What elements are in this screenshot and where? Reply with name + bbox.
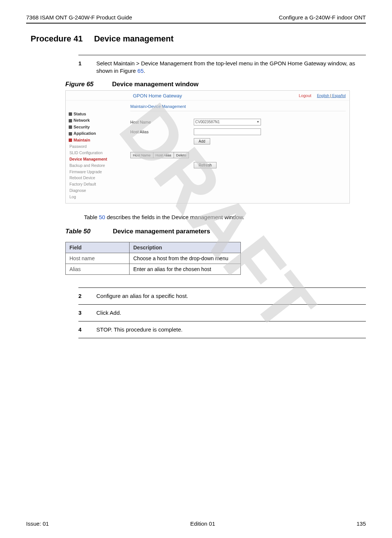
col-delete: Delete (174, 152, 189, 158)
step-1-number: 1 (78, 60, 96, 75)
header-left: 7368 ISAM ONT G-240W-F Product Guide (26, 14, 132, 21)
step-4: 4 STOP. This procedure is complete. (78, 326, 364, 333)
host-alias-label: Host Alias (130, 130, 194, 134)
app-title: GPON Home Gateway (133, 93, 299, 99)
table-label: Table 50 (65, 228, 90, 235)
sidebar-sub-reboot[interactable]: Reboot Device (69, 175, 127, 181)
sidebar-item-status[interactable]: Status (69, 111, 127, 118)
page-footer: Issue: 01 Edition 01 135 (26, 520, 366, 527)
sidebar-sub-firmware[interactable]: Firmware Upgrade (69, 169, 127, 175)
step4-rule (78, 321, 366, 321)
end-rule (78, 338, 366, 338)
table-intro-post: describes the fields in the Device manag… (105, 214, 245, 220)
breadcrumb: Maintain>Device Management (130, 103, 346, 111)
table-link[interactable]: 50 (99, 214, 105, 220)
host-name-label: Host Name (130, 120, 194, 124)
sidebar-sub-backup[interactable]: Backup and Restore (69, 162, 127, 169)
footer-right: 135 (357, 520, 366, 527)
step1-rule (78, 55, 366, 55)
param-header-field: Field (66, 242, 130, 253)
param-field-1: Alias (66, 264, 130, 274)
step-3: 3 Click Add. (78, 309, 364, 317)
screenshot: GPON Home Gateway Logout English | Españ… (65, 90, 350, 203)
step-2-text: Configure an alias for a specific host. (96, 292, 364, 300)
col-host-alias: Host Alias (153, 152, 174, 158)
step-2-number: 2 (78, 292, 96, 300)
table-intro-pre: Table (84, 214, 99, 220)
procedure-title: Device management (94, 34, 174, 43)
host-name-select[interactable]: CV0023587N1 (194, 119, 261, 125)
footer-center: Edition 01 (190, 520, 215, 527)
param-desc-0: Choose a host from the drop-down menu (130, 253, 241, 264)
sidebar-sub-diagnose[interactable]: Diagnose (69, 187, 127, 194)
table-row: Alias Enter an alias for the chosen host (66, 264, 241, 274)
figure-label: Figure 65 (65, 81, 94, 88)
figure-link[interactable]: 65 (137, 68, 144, 74)
step-4-text: STOP. This procedure is complete. (96, 326, 364, 333)
param-header-desc: Description (130, 242, 241, 253)
page-header: 7368 ISAM ONT G-240W-F Product Guide Con… (26, 14, 366, 23)
footer-left: Issue: 01 (26, 520, 49, 527)
param-field-0: Host name (66, 253, 130, 264)
screenshot-header: GPON Home Gateway Logout English | Españ… (66, 91, 349, 100)
step-3-number: 3 (78, 309, 96, 317)
figure-caption: Figure 65 Device management window (65, 81, 366, 88)
sidebar-sub-password[interactable]: Password (69, 143, 127, 150)
procedure-heading: Procedure 41 Device management (31, 34, 366, 44)
lang-espanol[interactable]: Español (332, 94, 346, 98)
sidebar-item-security[interactable]: Security (69, 124, 127, 131)
step3-rule (78, 304, 366, 305)
figure-title: Device management window (112, 81, 198, 88)
table-intro: Table 50 describes the fields in the Dev… (84, 214, 366, 220)
step-1: 1 Select Maintain > Device Management fr… (78, 60, 364, 75)
host-alias-input[interactable] (194, 128, 261, 135)
step-1-text: Select Maintain > Device Management from… (96, 60, 364, 75)
col-host-name: Host Name (131, 152, 153, 158)
add-button[interactable]: Add (194, 138, 210, 144)
sidebar: Status Network Security Application Main… (66, 100, 127, 203)
screenshot-main: Maintain>Device Management Host Name CV0… (127, 100, 349, 203)
lang-english[interactable]: English (317, 94, 329, 98)
step-1-text-b: . (144, 68, 145, 74)
param-desc-1: Enter an alias for the chosen host (130, 264, 241, 274)
header-rule (26, 23, 366, 24)
sidebar-sub-log[interactable]: Log (69, 194, 127, 200)
refresh-button[interactable]: Refresh (194, 162, 217, 168)
alias-table: Host Name Host Alias Delete (130, 152, 189, 158)
sidebar-item-application[interactable]: Application (69, 130, 127, 137)
table-row: Host name Choose a host from the drop-do… (66, 253, 241, 264)
logout-link[interactable]: Logout (299, 93, 311, 98)
sidebar-item-network[interactable]: Network (69, 117, 127, 124)
step-1-text-a: Select Maintain > Device Management from… (96, 60, 355, 74)
procedure-label: Procedure 41 (31, 34, 83, 43)
step-4-number: 4 (78, 326, 96, 333)
sidebar-sub-slid[interactable]: SLID Configuration (69, 150, 127, 156)
table-caption: Table 50 Device management parameters (65, 228, 366, 235)
step-2: 2 Configure an alias for a specific host… (78, 292, 364, 300)
sidebar-sub-device-management[interactable]: Device Management (69, 156, 127, 162)
step-3-text: Click Add. (96, 309, 364, 317)
host-name-value: CV0023587N1 (195, 120, 220, 124)
header-right: Configure a G-240W-F indoor ONT (279, 14, 366, 21)
language-switch[interactable]: English | Español (317, 94, 346, 98)
lang-sep: | (329, 94, 332, 98)
sidebar-item-maintain[interactable]: Maintain (69, 137, 127, 144)
parameters-table: Field Description Host name Choose a hos… (65, 242, 241, 275)
table-title: Device management parameters (113, 228, 210, 235)
step2-rule (78, 287, 366, 288)
sidebar-sub-factory[interactable]: Factory Default (69, 181, 127, 187)
